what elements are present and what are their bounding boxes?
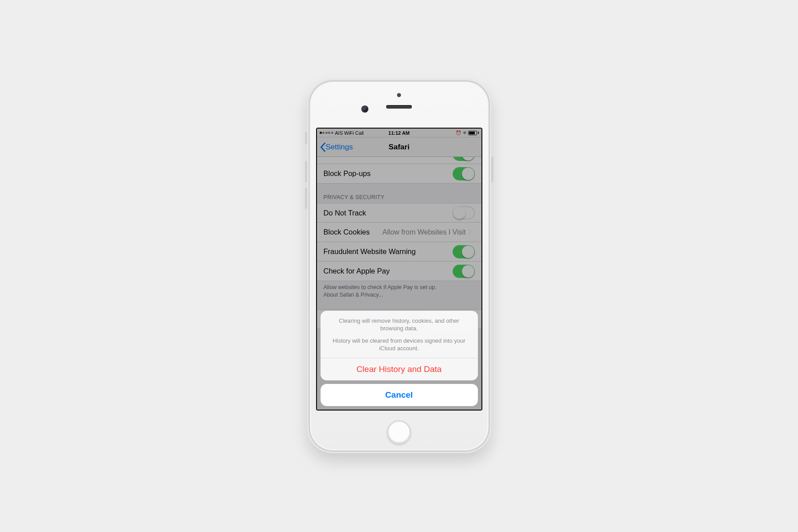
toggle-do-not-track[interactable] (453, 206, 475, 219)
toggle-check-apple-pay[interactable] (453, 265, 475, 278)
ear-speaker (386, 105, 412, 109)
row-value: Allow from Websites I Visit (383, 228, 466, 236)
row-fraudulent-warning[interactable]: Fraudulent Website Warning (317, 242, 481, 262)
action-sheet-message: Clearing will remove history, cookies, a… (321, 311, 478, 358)
toggle-show-tab-bar[interactable] (453, 157, 475, 161)
volume-down-button (305, 188, 307, 209)
footer-privacy-link[interactable]: About Safari & Privacy... (324, 292, 383, 298)
row-label: Block Pop-ups (324, 169, 371, 178)
sheet-message-line: Clearing will remove history, cookies, a… (329, 317, 470, 332)
mute-switch (305, 132, 307, 145)
row-check-apple-pay[interactable]: Check for Apple Pay (317, 262, 481, 281)
status-bar: AIS WiFi Call 11:12 AM ⏰ ✱ (317, 129, 481, 137)
power-button (491, 156, 493, 182)
section-header-privacy: Privacy & Security (317, 184, 481, 203)
back-button[interactable]: Settings (320, 137, 353, 156)
device-top-sensor-area (307, 79, 491, 128)
toggle-block-popups[interactable] (453, 167, 475, 180)
iphone-device-frame: AIS WiFi Call 11:12 AM ⏰ ✱ Settings Safa… (307, 79, 491, 453)
volume-up-button (305, 161, 307, 182)
row-do-not-track[interactable]: Do Not Track (317, 203, 481, 223)
row-block-cookies[interactable]: Block Cookies Allow from Websites I Visi… (317, 223, 481, 242)
action-sheet: Clearing will remove history, cookies, a… (321, 311, 478, 406)
row-label: Check for Apple Pay (324, 267, 390, 275)
section-footer-privacy: Allow websites to check if Apple Pay is … (317, 281, 481, 300)
toggle-fraudulent-warning[interactable] (453, 245, 475, 258)
home-button[interactable] (387, 420, 411, 444)
screen: AIS WiFi Call 11:12 AM ⏰ ✱ Settings Safa… (317, 129, 481, 410)
row-block-popups[interactable]: Block Pop-ups (317, 164, 481, 184)
row-label: Do Not Track (324, 209, 366, 217)
row-label: Show Tab Bar (324, 157, 369, 158)
screen-bezel: AIS WiFi Call 11:12 AM ⏰ ✱ Settings Safa… (316, 128, 482, 411)
sheet-message-line: History will be cleared from devices sig… (329, 337, 470, 352)
clear-history-and-data-button[interactable]: Clear History and Data (321, 358, 478, 380)
row-show-tab-bar[interactable]: Show Tab Bar (317, 157, 481, 164)
front-camera (362, 106, 368, 112)
proximity-sensor (397, 93, 401, 97)
status-time: 11:12 AM (317, 130, 481, 136)
chevron-right-icon: 〉 (469, 228, 475, 236)
back-label: Settings (326, 143, 353, 152)
cancel-button[interactable]: Cancel (321, 384, 478, 406)
row-label: Block Cookies (324, 228, 370, 236)
chevron-left-icon (320, 142, 326, 152)
row-label: Fraudulent Website Warning (324, 247, 416, 256)
navigation-bar: Settings Safari (317, 137, 481, 157)
navbar-title: Safari (388, 143, 409, 152)
footer-text: Allow websites to check if Apple Pay is … (324, 284, 437, 290)
